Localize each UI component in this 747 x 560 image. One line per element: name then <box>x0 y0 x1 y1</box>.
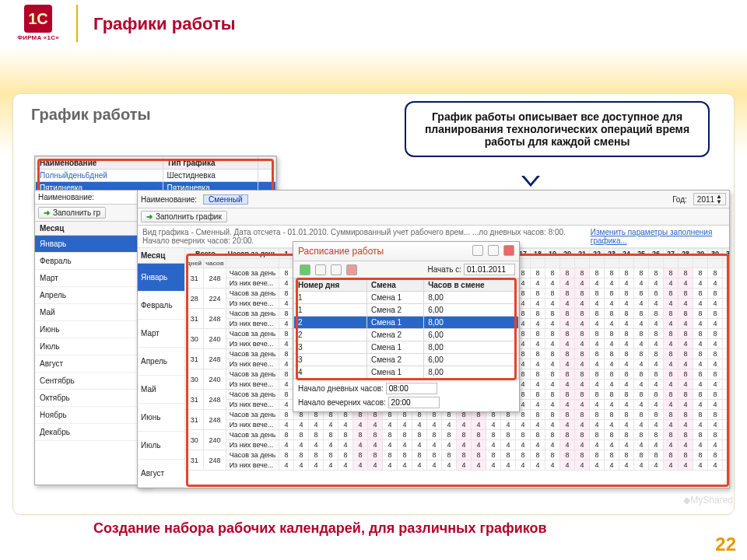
popup-title: Расписание работы <box>298 246 384 257</box>
shift-row[interactable]: 1Смена 18,00 <box>294 292 519 304</box>
month-header: Месяц <box>138 248 184 264</box>
month-item[interactable]: Сентябрь <box>35 373 152 390</box>
brand-logo: 1С <box>24 5 52 33</box>
month-item[interactable]: Май <box>35 304 152 321</box>
month-item[interactable]: Сентябрь <box>138 488 184 488</box>
year-spinner[interactable]: 2011▲▼ <box>693 193 726 205</box>
year-label: Год: <box>672 195 687 204</box>
month-item[interactable]: Декабрь <box>35 424 152 441</box>
col-daynum[interactable]: Номер дня <box>294 279 367 292</box>
name-label: Наименование: <box>141 195 197 204</box>
shift-row[interactable]: 3Смена 26,00 <box>294 354 519 366</box>
calendar-side-window: Наименование: ➜Заполнить гр Месяц Январь… <box>34 190 153 485</box>
minimize-icon[interactable] <box>472 245 483 256</box>
page-title: Графики работы <box>93 14 235 34</box>
callout-bubble: График работы описывает все доступное дл… <box>405 101 710 157</box>
month-item[interactable]: Апрель <box>138 348 184 376</box>
scroll-stub: ˆ <box>258 157 276 170</box>
footer-note: Создание набора рабочих календарей, для … <box>93 520 547 537</box>
name-label: Наименование: <box>35 191 152 205</box>
start-date-input[interactable] <box>464 264 515 275</box>
shift-row[interactable]: 4Смена 18,00 <box>294 366 519 379</box>
shift-schedule-popup: Расписание работы Начать с: Номер дня См… <box>293 241 520 412</box>
name-value[interactable]: Сменный <box>203 194 247 205</box>
shift-row[interactable]: 3Смена 18,00 <box>294 341 519 354</box>
shift-row[interactable]: 2Смена 26,00 <box>294 329 519 341</box>
month-item[interactable]: Январь <box>138 264 184 292</box>
eve-start-label: Начало вечерних часов: <box>298 398 386 407</box>
month-item[interactable]: Апрель <box>35 287 152 304</box>
col-type[interactable]: Тип графика <box>163 157 258 170</box>
delete-icon[interactable] <box>346 264 357 275</box>
section-heading: График работы <box>31 106 151 124</box>
month-item[interactable]: Октябрь <box>35 390 152 407</box>
col-hours[interactable]: Часов в смене <box>424 279 519 292</box>
change-params-link[interactable]: Изменить параметры заполнения графика... <box>591 228 724 245</box>
month-item[interactable]: Февраль <box>35 253 152 270</box>
page-number: 22 <box>715 534 736 555</box>
brand-sub: ФИРМА «1С» <box>11 34 65 41</box>
watermark: ◆MyShared <box>683 495 733 506</box>
month-item[interactable]: Март <box>138 320 184 348</box>
fill-grid-button[interactable]: ➜Заполнить график <box>141 211 227 222</box>
maximize-icon[interactable] <box>488 245 499 256</box>
day-start-input[interactable] <box>386 383 437 394</box>
callout-tail-fill <box>523 174 538 184</box>
col-shift[interactable]: Смена <box>367 279 424 292</box>
eve-start-input[interactable] <box>388 397 440 408</box>
arrow-icon: ➜ <box>146 212 153 221</box>
shift-row[interactable]: 1Смена 26,00 <box>294 304 519 317</box>
close-icon[interactable] <box>503 245 514 256</box>
month-item[interactable]: Июль <box>138 432 184 460</box>
edit-icon[interactable] <box>331 264 342 275</box>
brand-logo-block: 1С ФИРМА «1С» <box>11 5 65 41</box>
month-item[interactable]: Август <box>35 355 152 373</box>
col-name[interactable]: Наименование <box>36 157 163 170</box>
fill-button[interactable]: ➜Заполнить гр <box>38 207 106 219</box>
day-start-label: Начало дневных часов: <box>298 384 384 393</box>
start-label: Начать с: <box>428 265 461 274</box>
month-item[interactable]: Июнь <box>35 321 152 338</box>
month-item[interactable]: Март <box>35 270 152 287</box>
month-header: Месяц <box>35 222 152 236</box>
month-item[interactable]: Февраль <box>138 292 184 320</box>
month-item[interactable]: Август <box>138 460 184 488</box>
header-rule <box>76 5 78 42</box>
arrow-icon: ➜ <box>44 208 50 217</box>
month-item[interactable]: Ноябрь <box>35 407 152 424</box>
list-row[interactable]: Полныйдень6днейШестидневка <box>36 170 276 182</box>
month-item[interactable]: Май <box>138 376 184 404</box>
shift-row[interactable]: 2Смена 18,00 <box>294 317 519 329</box>
copy-icon[interactable] <box>315 264 326 275</box>
month-item[interactable]: Июль <box>35 338 152 355</box>
add-icon[interactable] <box>300 264 310 275</box>
month-item[interactable]: Январь <box>35 236 152 253</box>
month-item[interactable]: Июнь <box>138 404 184 432</box>
